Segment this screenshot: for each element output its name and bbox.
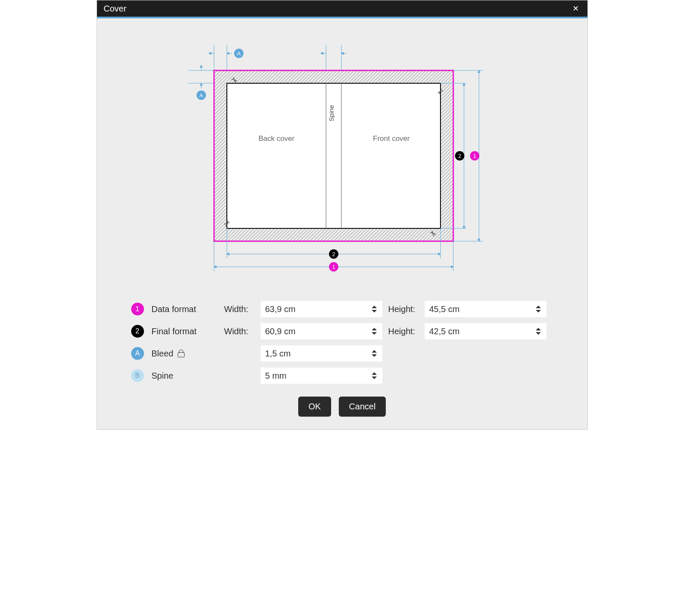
stepper-down-icon[interactable]	[372, 354, 377, 357]
svg-text:A: A	[237, 50, 241, 57]
stepper-up-icon[interactable]	[536, 328, 541, 330]
cancel-button[interactable]: Cancel	[339, 397, 386, 417]
ok-button[interactable]: OK	[298, 397, 331, 417]
close-icon[interactable]: ✕	[569, 2, 582, 15]
stepper-up-icon[interactable]	[372, 328, 377, 330]
stepper-up-icon[interactable]	[372, 350, 377, 353]
dialog-title: Cover	[104, 4, 126, 14]
height-label: Height:	[388, 327, 425, 336]
svg-text:Spine: Spine	[328, 105, 335, 121]
lock-icon	[178, 350, 185, 357]
badge-bleed: A	[131, 347, 144, 360]
label-spine: Spine	[152, 371, 224, 381]
bleed-input[interactable]: 1,5 cm	[261, 345, 382, 362]
data-height-input[interactable]: 45,5 cm	[425, 301, 546, 317]
row-data-format: 1 Data format Width: 63,9 cm Height: 45,…	[131, 301, 553, 317]
dialog-content: A A ✂ ✂ ✂ ✂	[97, 18, 587, 429]
legend-section: 1 Data format Width: 63,9 cm Height: 45,…	[114, 301, 570, 384]
final-height-input[interactable]: 42,5 cm	[425, 323, 546, 339]
button-row: OK Cancel	[114, 397, 570, 417]
stepper-down-icon[interactable]	[372, 377, 377, 379]
stepper-up-icon[interactable]	[372, 306, 377, 308]
stepper-up-icon[interactable]	[372, 372, 377, 375]
diagram-svg: A A ✂ ✂ ✂ ✂	[188, 45, 496, 284]
cover-diagram: A A ✂ ✂ ✂ ✂	[114, 32, 570, 301]
badge-data-format: 1	[131, 303, 144, 315]
spine-value: 5 mm	[265, 371, 287, 381]
final-width-input[interactable]: 60,9 cm	[261, 323, 382, 339]
data-width-input[interactable]: 63,9 cm	[261, 301, 382, 317]
spine-input[interactable]: 5 mm	[261, 368, 382, 384]
svg-text:1: 1	[332, 264, 335, 270]
width-label: Width:	[224, 327, 261, 336]
stepper-down-icon[interactable]	[536, 310, 541, 312]
row-final-format: 2 Final format Width: 60,9 cm Height: 42…	[131, 323, 553, 339]
badge-spine: B	[131, 369, 144, 382]
badge-final-format: 2	[131, 325, 144, 338]
svg-text:2: 2	[332, 251, 335, 257]
cover-dialog: Cover ✕	[97, 0, 588, 430]
stepper-up-icon[interactable]	[536, 306, 541, 308]
width-label: Width:	[224, 304, 261, 314]
height-label: Height:	[388, 304, 425, 314]
svg-text:Front cover: Front cover	[373, 134, 410, 143]
final-width-value: 60,9 cm	[265, 327, 296, 336]
stepper-down-icon[interactable]	[372, 310, 377, 312]
svg-text:A: A	[199, 92, 203, 99]
label-data-format: Data format	[152, 304, 224, 314]
data-width-value: 63,9 cm	[265, 304, 296, 314]
svg-text:Back cover: Back cover	[258, 134, 294, 143]
label-final-format: Final format	[152, 327, 224, 336]
label-bleed: Bleed	[152, 349, 224, 359]
svg-text:2: 2	[458, 153, 461, 159]
row-spine: B Spine 5 mm	[131, 368, 553, 384]
stepper-down-icon[interactable]	[536, 332, 541, 335]
final-height-value: 42,5 cm	[429, 327, 460, 336]
stepper-down-icon[interactable]	[372, 332, 377, 335]
row-bleed: A Bleed 1,5 cm	[131, 345, 553, 362]
bleed-value: 1,5 cm	[265, 349, 291, 359]
data-height-value: 45,5 cm	[429, 304, 460, 314]
title-bar: Cover ✕	[97, 0, 587, 18]
svg-text:1: 1	[473, 153, 476, 159]
